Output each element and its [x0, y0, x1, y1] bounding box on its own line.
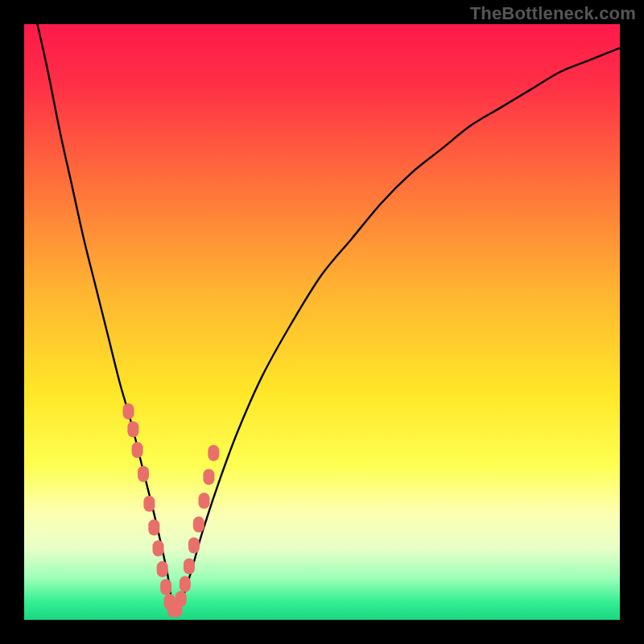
marker-point — [157, 561, 168, 577]
marker-point — [160, 579, 171, 595]
chart-svg — [24, 24, 620, 620]
marker-point — [188, 538, 200, 554]
marker-point — [175, 591, 187, 607]
marker-point — [148, 519, 159, 535]
marker-point — [123, 403, 134, 419]
marker-point — [203, 469, 214, 485]
marker-point — [208, 445, 219, 461]
marker-point — [193, 517, 204, 533]
marker-point — [143, 496, 155, 512]
marker-point — [132, 442, 143, 458]
watermark-text: TheBottleneck.com — [470, 3, 636, 24]
plot-area — [24, 24, 620, 620]
marker-point — [138, 466, 149, 482]
chart-frame: TheBottleneck.com — [0, 0, 644, 644]
marker-point — [127, 421, 138, 437]
marker-point — [153, 540, 164, 556]
marker-point — [184, 558, 195, 574]
marker-point — [180, 576, 191, 592]
marker-point — [198, 493, 209, 509]
marker-cluster — [123, 403, 220, 617]
bottleneck-curve — [36, 24, 620, 613]
